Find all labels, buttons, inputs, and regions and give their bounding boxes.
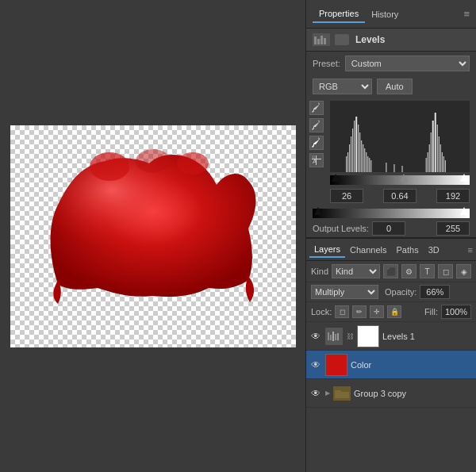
channel-select[interactable]: RGB: [313, 79, 372, 94]
tab-channels[interactable]: Channels: [345, 243, 391, 257]
output-white-handle[interactable]: [460, 207, 468, 215]
layer-row[interactable]: 👁 ▶ Group 3 copy: [306, 379, 476, 408]
svg-rect-23: [364, 148, 365, 172]
opacity-input[interactable]: [420, 285, 450, 299]
svg-text:A: A: [313, 158, 317, 165]
tab-layers[interactable]: Layers: [309, 242, 345, 258]
kind-select[interactable]: Kind: [332, 264, 380, 278]
svg-rect-17: [354, 121, 355, 172]
svg-rect-44: [328, 332, 329, 340]
layer-visibility-toggle[interactable]: 👁: [309, 359, 322, 371]
svg-rect-26: [369, 158, 370, 172]
svg-point-0: [90, 152, 129, 181]
svg-rect-46: [332, 332, 334, 341]
preset-row: Preset: Custom: [306, 52, 476, 75]
layer-name: Levels 1: [382, 332, 473, 341]
kind-label: Kind: [311, 267, 328, 276]
svg-rect-42: [445, 160, 446, 172]
svg-rect-45: [330, 335, 332, 340]
svg-rect-34: [431, 132, 432, 172]
svg-point-1: [136, 149, 171, 173]
svg-rect-28: [386, 163, 386, 172]
layer-icon-smart[interactable]: ◈: [456, 264, 471, 278]
auto-button[interactable]: Auto: [377, 79, 413, 94]
lock-label: Lock:: [311, 307, 332, 317]
channel-row: RGB Auto: [306, 75, 476, 98]
svg-rect-30: [402, 166, 403, 172]
input-white-handle[interactable]: [460, 174, 468, 182]
histogram-chart: [330, 101, 470, 172]
target-tool[interactable]: A: [309, 153, 324, 167]
svg-rect-18: [355, 117, 357, 172]
tab-paths[interactable]: Paths: [392, 243, 424, 257]
layer-icon-shape[interactable]: ◻: [438, 264, 453, 278]
output-black-value[interactable]: [372, 221, 405, 236]
tools-and-histogram: A: [306, 98, 476, 175]
layer-row[interactable]: 👁 Color: [306, 351, 476, 379]
layer-link-icon[interactable]: ⛓: [346, 332, 354, 340]
svg-rect-21: [361, 140, 362, 172]
output-white-value[interactable]: [436, 221, 470, 236]
svg-rect-24: [366, 152, 367, 172]
layers-list: 👁 ⛓ Levels 1 👁: [306, 322, 476, 472]
preset-label: Preset:: [313, 59, 340, 68]
svg-rect-40: [442, 152, 443, 172]
panel-menu-icon[interactable]: ≡: [463, 8, 470, 20]
eyedropper-white-tool[interactable]: [309, 136, 324, 150]
preset-select[interactable]: Custom: [345, 56, 470, 71]
levels-title: Levels: [355, 34, 385, 45]
fill-label: Fill:: [424, 307, 438, 317]
eyedropper-black-tool[interactable]: [309, 101, 324, 115]
svg-rect-33: [429, 144, 430, 172]
right-panel: Properties History ≡ Levels Preset: Cust…: [305, 0, 476, 472]
tab-history[interactable]: History: [365, 6, 405, 22]
layers-panel: Layers Channels Paths 3D ≡ Kind Kind ⬛ ⚙…: [306, 237, 476, 472]
input-white-value[interactable]: [436, 189, 470, 203]
lock-move[interactable]: ✛: [370, 305, 384, 318]
layer-icon-adjust[interactable]: ⚙: [401, 264, 416, 278]
layer-name: Group 3 copy: [354, 389, 473, 398]
output-black-handle[interactable]: [314, 207, 322, 215]
tab-properties[interactable]: Properties: [313, 6, 365, 23]
layer-visibility-toggle[interactable]: 👁: [309, 330, 322, 343]
layer-mask-thumb: [357, 325, 379, 347]
blend-row: Multiply Opacity:: [306, 282, 476, 302]
levels-header: Levels: [306, 29, 476, 52]
layer-icon-pixel[interactable]: ⬛: [383, 264, 398, 278]
fill-input[interactable]: [441, 305, 471, 319]
layer-name: Color: [351, 360, 473, 370]
top-tabs: Properties History ≡: [306, 0, 476, 29]
svg-rect-41: [443, 156, 444, 172]
layers-menu-icon[interactable]: ≡: [468, 245, 473, 255]
output-slider-area: [313, 209, 470, 218]
layer-color-thumb: [325, 354, 347, 376]
output-slider-track[interactable]: [313, 209, 470, 218]
layer-visibility-toggle[interactable]: 👁: [309, 387, 322, 400]
output-label: Output Levels:: [313, 224, 369, 233]
layer-row[interactable]: 👁 ⛓ Levels 1: [306, 322, 476, 351]
input-mid-value[interactable]: [383, 189, 416, 203]
svg-rect-25: [367, 156, 368, 172]
lock-row: Lock: ◻ ✏ ✛ 🔒 Fill:: [306, 302, 476, 322]
svg-rect-32: [428, 152, 428, 172]
input-mid-handle[interactable]: [400, 174, 408, 182]
lock-all[interactable]: 🔒: [387, 305, 401, 318]
lock-paint[interactable]: ✏: [352, 305, 367, 318]
svg-rect-20: [359, 132, 360, 172]
tab-3d[interactable]: 3D: [424, 243, 444, 257]
blend-mode-select[interactable]: Multiply: [311, 285, 378, 299]
layer-icon-type[interactable]: T: [420, 264, 435, 278]
svg-rect-38: [439, 136, 440, 172]
input-slider-area: [330, 175, 470, 185]
lock-transparency[interactable]: ◻: [335, 305, 349, 318]
svg-rect-39: [440, 144, 441, 172]
histogram-container: [330, 101, 470, 172]
input-black-handle[interactable]: [332, 174, 340, 182]
group-expand-arrow[interactable]: ▶: [325, 389, 330, 397]
levels-icon: [313, 33, 330, 46]
input-slider-track[interactable]: [330, 175, 470, 185]
levels-visibility[interactable]: [335, 34, 349, 45]
svg-rect-35: [432, 121, 434, 172]
eyedropper-grey-tool[interactable]: [309, 118, 324, 132]
input-black-value[interactable]: [330, 189, 363, 203]
